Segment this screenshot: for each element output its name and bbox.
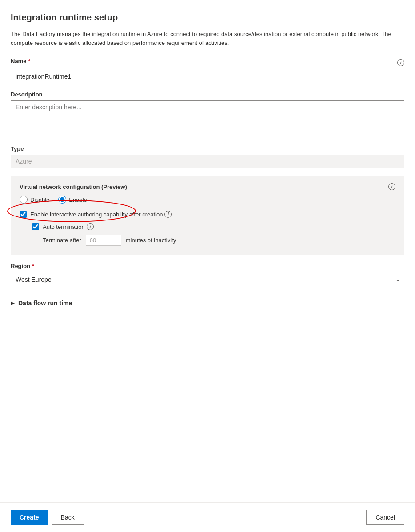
dataflow-chevron-icon: ▶ — [11, 300, 15, 306]
page-description: The Data Factory manages the integration… — [11, 30, 393, 47]
region-dropdown-wrapper: West Europe East US West US ⌄ — [11, 272, 404, 287]
vnet-info-icon[interactable]: i — [388, 183, 395, 190]
dataflow-accordion[interactable]: ▶ Data flow run time — [11, 295, 404, 311]
enable-interactive-label: Enable interactive authoring capability … — [30, 211, 172, 218]
enable-radio-option[interactable]: Enable — [58, 196, 87, 204]
auto-termination-info-icon[interactable]: i — [87, 223, 94, 230]
name-required-star: * — [28, 58, 30, 64]
name-info-icon[interactable]: i — [397, 59, 404, 66]
auto-termination-label: Auto termination i — [43, 223, 94, 230]
disable-radio-label: Disable — [30, 196, 49, 203]
type-field-group: Type — [11, 145, 404, 168]
disable-radio-option[interactable]: Disable — [20, 196, 49, 204]
enable-interactive-checkbox[interactable] — [20, 211, 27, 218]
disable-radio[interactable] — [20, 196, 28, 204]
name-label: Name * — [11, 58, 30, 64]
auto-termination-checkbox[interactable] — [32, 223, 39, 230]
region-label: Region * — [11, 263, 404, 269]
auto-termination-row: Auto termination i — [32, 223, 395, 230]
page-title: Integration runtime setup — [11, 12, 404, 23]
enable-radio[interactable] — [58, 196, 66, 204]
interactive-info-icon[interactable]: i — [164, 211, 172, 218]
footer: Create Back Cancel — [0, 502, 415, 532]
terminate-after-label: Terminate after — [43, 237, 81, 244]
cancel-button[interactable]: Cancel — [366, 510, 404, 525]
description-label: Description — [11, 91, 404, 98]
terminate-after-input[interactable] — [86, 235, 121, 246]
enable-interactive-row: Enable interactive authoring capability … — [20, 211, 395, 218]
vnet-header: Virtual network configuration (Preview) … — [20, 183, 395, 190]
enable-radio-label: Enable — [69, 196, 87, 203]
vnet-title: Virtual network configuration (Preview) — [20, 184, 127, 190]
name-input[interactable] — [11, 70, 404, 83]
create-button[interactable]: Create — [11, 510, 48, 525]
type-input — [11, 155, 404, 168]
description-input[interactable] — [11, 100, 404, 136]
terminate-after-row: Terminate after minutes of inactivity — [43, 235, 395, 246]
description-field-group: Description — [11, 91, 404, 137]
name-field-group: Name * i — [11, 58, 404, 83]
vnet-radio-group: Disable Enable — [20, 196, 395, 204]
region-required-star: * — [32, 263, 34, 269]
region-select[interactable]: West Europe East US West US — [11, 272, 404, 287]
type-label: Type — [11, 145, 404, 152]
dataflow-label: Data flow run time — [18, 300, 72, 307]
region-field-group: Region * West Europe East US West US ⌄ — [11, 263, 404, 287]
back-button[interactable]: Back — [52, 510, 84, 525]
footer-left-buttons: Create Back — [11, 510, 84, 525]
terminate-suffix-label: minutes of inactivity — [126, 237, 176, 244]
vnet-section: Virtual network configuration (Preview) … — [11, 176, 404, 255]
